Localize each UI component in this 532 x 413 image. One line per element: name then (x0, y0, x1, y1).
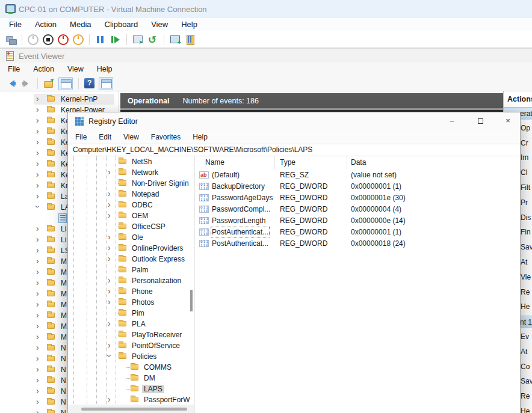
chevron-right-icon[interactable] (36, 245, 43, 256)
reg-tree-item[interactable]: PLA (68, 319, 194, 329)
revert-icon[interactable] (147, 34, 158, 45)
reg-tree-item[interactable]: PlayToReceiver (68, 329, 194, 340)
forward-icon[interactable] (21, 78, 32, 89)
column-divider[interactable] (347, 156, 347, 169)
reg-tree-vscrollbar-thumb[interactable] (190, 290, 193, 311)
menu-edit[interactable]: Edit (93, 130, 117, 144)
checkpoint-icon[interactable] (132, 34, 143, 45)
reg-tree-item[interactable]: Pim (68, 308, 194, 319)
chevron-right-icon[interactable] (36, 375, 43, 386)
close-button[interactable]: × (501, 112, 515, 130)
chevron-right-icon[interactable] (108, 189, 115, 200)
chevron-right-icon[interactable] (36, 137, 43, 148)
server-columns-icon[interactable] (185, 34, 196, 45)
reg-tree-item[interactable]: Personalization (68, 275, 194, 286)
reg-value-row[interactable]: PostAuthenticat...REG_DWORD0x00000018 (2… (196, 238, 519, 249)
chevron-right-icon[interactable] (108, 340, 115, 351)
chevron-right-icon[interactable] (36, 170, 43, 180)
menu-file[interactable]: File (2, 18, 28, 31)
back-icon[interactable] (6, 78, 17, 89)
menu-favorites[interactable]: Favorites (145, 130, 187, 144)
stop-icon[interactable] (43, 34, 54, 45)
chevron-right-icon[interactable] (108, 232, 115, 243)
menu-view[interactable]: View (144, 18, 175, 31)
chevron-right-icon[interactable] (36, 310, 43, 321)
reg-tree-item[interactable]: OfficeCSP (68, 221, 194, 232)
chevron-right-icon[interactable] (108, 286, 115, 297)
chevron-right-icon[interactable] (36, 267, 43, 278)
menu-view[interactable]: View (61, 63, 90, 76)
reg-pane-splitter[interactable] (194, 156, 195, 413)
chevron-down-icon[interactable] (108, 351, 115, 362)
chevron-right-icon[interactable] (108, 275, 115, 286)
reg-address-bar[interactable]: Computer\HKEY_LOCAL_MACHINE\SOFTWARE\Mic… (68, 144, 520, 156)
menu-help[interactable]: Help (187, 130, 214, 144)
menu-file[interactable]: File (1, 63, 26, 76)
chevron-right-icon[interactable] (36, 180, 43, 191)
menu-clipboard[interactable]: Clipboard (98, 18, 145, 31)
reg-tree-item[interactable]: Non-Driver Signin (68, 178, 194, 189)
reg-value-row[interactable]: PasswordCompl...REG_DWORD0x00000004 (4) (196, 204, 519, 215)
chevron-right-icon[interactable] (36, 397, 43, 408)
minimize-button[interactable]: – (445, 112, 459, 130)
save-state-icon[interactable] (73, 34, 84, 45)
reg-value-row[interactable]: (Default)REG_SZ(value not set) (196, 170, 519, 181)
column-divider[interactable] (274, 156, 275, 169)
reg-tree-item[interactable]: DM (68, 373, 194, 384)
chevron-right-icon[interactable] (108, 243, 115, 254)
chevron-right-icon[interactable] (36, 321, 43, 332)
keyboard-icon[interactable] (5, 34, 16, 45)
chevron-right-icon[interactable] (36, 278, 43, 289)
reg-tree-item[interactable]: ODBC (68, 200, 194, 210)
chevron-right-icon[interactable] (108, 394, 115, 405)
resume-icon[interactable] (110, 34, 121, 45)
maximize-button[interactable] (473, 112, 487, 130)
reg-value-row[interactable]: PostAuthenticat...REG_DWORD0x00000001 (1… (196, 227, 519, 238)
menu-action[interactable]: Action (26, 63, 61, 76)
reg-tree-item[interactable]: Phone (68, 286, 194, 297)
menu-action[interactable]: Action (28, 18, 63, 31)
reg-value-row[interactable]: PasswordLengthREG_DWORD0x0000000e (14) (196, 215, 519, 227)
reg-tree-item[interactable]: LAPS (68, 384, 194, 394)
chevron-right-icon[interactable] (36, 408, 43, 413)
reg-tree-hscrollbar-thumb[interactable] (81, 408, 187, 411)
chevron-right-icon[interactable] (36, 126, 43, 137)
show-hide-console-icon[interactable] (58, 77, 73, 90)
reg-tree-hscrollbar[interactable] (68, 405, 194, 413)
column-header-name[interactable]: Name (205, 156, 224, 169)
show-hide-actions-icon[interactable] (99, 77, 113, 90)
chevron-right-icon[interactable] (36, 289, 43, 299)
chevron-right-icon[interactable] (36, 191, 43, 202)
ev-tree-item[interactable]: Kernel-PnP (0, 94, 119, 105)
reg-tree-item[interactable]: Network (68, 167, 194, 178)
reg-value-row[interactable]: BackupDirectoryREG_DWORD0x00000001 (1) (196, 181, 519, 192)
chevron-right-icon[interactable] (36, 299, 43, 310)
help-icon[interactable] (84, 78, 94, 88)
pause-icon[interactable] (95, 34, 106, 45)
menu-help[interactable]: Help (90, 63, 119, 76)
reg-tree-item[interactable]: Outlook Express (68, 254, 194, 265)
reg-tree-item[interactable]: Ole (68, 232, 194, 243)
power-icon[interactable] (28, 34, 39, 45)
reg-tree-item[interactable]: PointOfService (68, 340, 194, 351)
enhanced-session-icon[interactable] (170, 34, 181, 45)
chevron-down-icon[interactable] (36, 202, 43, 213)
menu-view[interactable]: View (117, 130, 145, 144)
chevron-right-icon[interactable] (36, 332, 43, 343)
reg-tree-item[interactable]: OEM (68, 210, 194, 221)
chevron-right-icon[interactable] (36, 234, 43, 245)
chevron-right-icon[interactable] (36, 256, 43, 267)
chevron-right-icon[interactable] (108, 319, 115, 329)
reg-tree-item[interactable]: Notepad (68, 189, 194, 200)
column-header-data[interactable]: Data (351, 156, 366, 169)
reg-tree-item[interactable]: Palm (68, 265, 194, 275)
chevron-right-icon[interactable] (36, 224, 43, 234)
chevron-right-icon[interactable] (108, 200, 115, 210)
shutdown-icon[interactable] (58, 34, 69, 45)
chevron-right-icon[interactable] (36, 94, 43, 105)
reg-tree-item[interactable]: NetSh (68, 156, 194, 167)
chevron-right-icon[interactable] (36, 364, 43, 375)
column-header-type[interactable]: Type (280, 156, 295, 169)
chevron-right-icon[interactable] (36, 386, 43, 397)
reg-value-row[interactable]: PasswordAgeDaysREG_DWORD0x0000001e (30) (196, 192, 519, 204)
